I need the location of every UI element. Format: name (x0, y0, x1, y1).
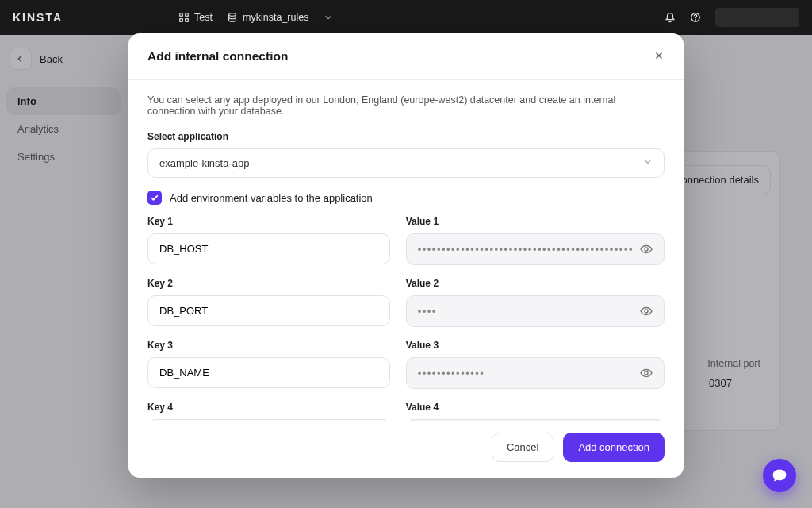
value-4-input[interactable]: •••••••••••••• (406, 419, 665, 421)
key-3-label: Key 3 (147, 340, 390, 351)
key-1-input[interactable] (147, 233, 390, 264)
top-navbar: KINSTA Test mykinsta_rules (0, 0, 812, 35)
select-application-label: Select application (147, 131, 665, 142)
application-select[interactable]: example-kinsta-app (147, 148, 665, 178)
eye-icon[interactable] (640, 305, 653, 318)
eye-icon[interactable] (640, 243, 653, 256)
check-icon (150, 193, 159, 202)
breadcrumb-database[interactable]: mykinsta_rules (227, 12, 308, 23)
value-3-masked: •••••••••••••• (418, 368, 634, 379)
cancel-button[interactable]: Cancel (492, 433, 553, 462)
modal-help-text: You can select any app deployed in our L… (147, 94, 665, 117)
key-4-label: Key 4 (147, 402, 390, 413)
close-icon (653, 50, 665, 61)
grid-icon (178, 12, 190, 23)
brand-logo: KINSTA (13, 11, 63, 24)
database-icon (227, 12, 238, 23)
value-2-label: Value 2 (406, 278, 665, 289)
help-icon (690, 12, 701, 23)
svg-rect-0 (180, 13, 183, 17)
add-env-vars-label: Add environment variables to the applica… (170, 192, 373, 204)
svg-rect-2 (180, 19, 183, 22)
svg-point-6 (695, 20, 696, 21)
key-2-label: Key 2 (147, 278, 390, 289)
account-chip[interactable] (715, 8, 799, 27)
breadcrumb-project-label: Test (194, 12, 213, 23)
breadcrumb-database-label: mykinsta_rules (243, 12, 308, 23)
application-select-value: example-kinsta-app (159, 157, 249, 169)
svg-point-7 (645, 248, 648, 251)
close-button[interactable] (653, 49, 665, 64)
breadcrumb-project[interactable]: Test (178, 12, 213, 23)
key-2-input[interactable] (147, 295, 390, 326)
chevron-down-icon (323, 12, 334, 23)
svg-point-9 (645, 371, 648, 375)
svg-rect-3 (186, 19, 189, 22)
value-1-label: Value 1 (406, 216, 665, 227)
eye-icon[interactable] (640, 367, 653, 379)
key-3-input[interactable] (147, 357, 390, 388)
value-1-input[interactable]: ••••••••••••••••••••••••••••••••••••••••… (406, 233, 665, 265)
svg-point-4 (229, 13, 236, 17)
add-env-vars-checkbox[interactable] (147, 190, 162, 205)
value-3-label: Value 3 (406, 340, 665, 351)
bell-icon (665, 12, 676, 23)
svg-point-8 (645, 310, 648, 313)
value-2-input[interactable]: •••• (406, 295, 665, 327)
key-1-label: Key 1 (147, 216, 390, 227)
chat-launcher[interactable] (763, 459, 796, 492)
notifications-button[interactable] (665, 12, 676, 23)
add-connection-modal: Add internal connection You can select a… (128, 33, 684, 478)
value-2-masked: •••• (418, 306, 634, 318)
value-3-input[interactable]: •••••••••••••• (406, 357, 665, 389)
modal-title: Add internal connection (147, 49, 288, 64)
value-4-label: Value 4 (406, 402, 665, 413)
add-connection-button[interactable]: Add connection (563, 433, 665, 462)
chevron-down-icon (643, 157, 653, 169)
breadcrumb-chevron[interactable] (323, 12, 334, 23)
value-1-masked: ••••••••••••••••••••••••••••••••••••••••… (418, 244, 634, 256)
chat-icon (772, 468, 787, 483)
svg-rect-1 (186, 13, 189, 17)
help-button[interactable] (690, 12, 701, 23)
